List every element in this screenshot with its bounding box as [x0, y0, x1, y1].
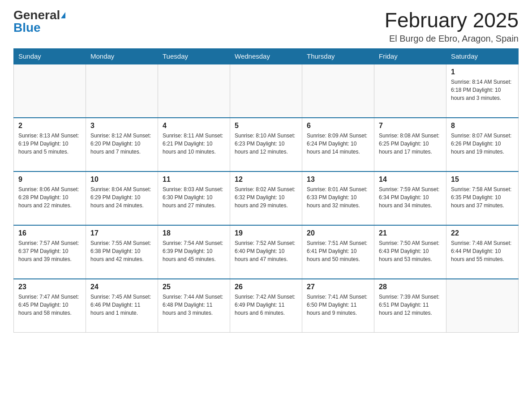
day-cell: 8Sunrise: 8:07 AM Sunset: 6:26 PM Daylig…: [446, 118, 519, 171]
day-cell: 25Sunrise: 7:44 AM Sunset: 6:48 PM Dayli…: [158, 279, 230, 333]
day-number: 9: [18, 176, 81, 184]
day-number: 7: [379, 122, 442, 130]
day-cell: 28Sunrise: 7:39 AM Sunset: 6:51 PM Dayli…: [374, 279, 446, 333]
day-info: Sunrise: 8:08 AM Sunset: 6:25 PM Dayligh…: [379, 132, 442, 156]
day-info: Sunrise: 8:03 AM Sunset: 6:30 PM Dayligh…: [163, 185, 225, 210]
logo-arrow-icon: [61, 12, 65, 18]
day-cell: 13Sunrise: 8:01 AM Sunset: 6:33 PM Dayli…: [302, 171, 374, 225]
day-cell: 6Sunrise: 8:09 AM Sunset: 6:24 PM Daylig…: [302, 118, 374, 171]
day-number: 18: [163, 229, 225, 237]
day-info: Sunrise: 7:51 AM Sunset: 6:41 PM Dayligh…: [307, 239, 369, 263]
page-header: General Blue February 2025 El Burgo de E…: [13, 9, 519, 44]
day-number: 11: [163, 176, 225, 184]
day-cell: 27Sunrise: 7:41 AM Sunset: 6:50 PM Dayli…: [302, 279, 374, 333]
calendar-title: February 2025: [385, 9, 519, 32]
day-number: 13: [307, 176, 369, 184]
day-cell: [302, 64, 374, 118]
day-cell: 10Sunrise: 8:04 AM Sunset: 6:29 PM Dayli…: [86, 171, 158, 225]
day-info: Sunrise: 7:59 AM Sunset: 6:34 PM Dayligh…: [379, 185, 442, 210]
day-cell: 21Sunrise: 7:50 AM Sunset: 6:43 PM Dayli…: [374, 225, 446, 279]
day-number: 10: [90, 176, 153, 184]
day-info: Sunrise: 7:57 AM Sunset: 6:37 PM Dayligh…: [18, 239, 81, 263]
week-row-1: 1Sunrise: 8:14 AM Sunset: 6:18 PM Daylig…: [14, 64, 519, 118]
day-number: 22: [451, 229, 514, 237]
day-number: 24: [90, 283, 153, 291]
day-number: 19: [235, 229, 297, 237]
day-info: Sunrise: 8:10 AM Sunset: 6:23 PM Dayligh…: [235, 132, 297, 156]
day-cell: 23Sunrise: 7:47 AM Sunset: 6:45 PM Dayli…: [14, 279, 86, 333]
day-cell: 12Sunrise: 8:02 AM Sunset: 6:32 PM Dayli…: [230, 171, 302, 225]
day-cell: 20Sunrise: 7:51 AM Sunset: 6:41 PM Dayli…: [302, 225, 374, 279]
day-number: 16: [18, 229, 81, 237]
week-row-3: 9Sunrise: 8:06 AM Sunset: 6:28 PM Daylig…: [14, 171, 519, 225]
week-row-4: 16Sunrise: 7:57 AM Sunset: 6:37 PM Dayli…: [14, 225, 519, 279]
day-info: Sunrise: 8:04 AM Sunset: 6:29 PM Dayligh…: [90, 185, 153, 210]
day-cell: [230, 64, 302, 118]
logo: General Blue: [13, 9, 65, 34]
day-cell: 19Sunrise: 7:52 AM Sunset: 6:40 PM Dayli…: [230, 225, 302, 279]
day-number: 27: [307, 283, 369, 291]
day-info: Sunrise: 7:55 AM Sunset: 6:38 PM Dayligh…: [90, 239, 153, 263]
day-info: Sunrise: 7:39 AM Sunset: 6:51 PM Dayligh…: [379, 293, 442, 317]
day-info: Sunrise: 7:58 AM Sunset: 6:35 PM Dayligh…: [451, 185, 514, 210]
day-cell: 15Sunrise: 7:58 AM Sunset: 6:35 PM Dayli…: [446, 171, 519, 225]
header-day-monday: Monday: [86, 48, 158, 64]
day-cell: 16Sunrise: 7:57 AM Sunset: 6:37 PM Dayli…: [14, 225, 86, 279]
header-day-thursday: Thursday: [302, 48, 374, 64]
day-number: 21: [379, 229, 442, 237]
day-number: 14: [379, 176, 442, 184]
day-info: Sunrise: 7:42 AM Sunset: 6:49 PM Dayligh…: [235, 293, 297, 317]
logo-blue: Blue: [13, 21, 41, 34]
day-info: Sunrise: 7:47 AM Sunset: 6:45 PM Dayligh…: [18, 293, 81, 317]
day-cell: 11Sunrise: 8:03 AM Sunset: 6:30 PM Dayli…: [158, 171, 230, 225]
calendar-table: SundayMondayTuesdayWednesdayThursdayFrid…: [13, 48, 519, 333]
day-number: 17: [90, 229, 153, 237]
day-cell: 9Sunrise: 8:06 AM Sunset: 6:28 PM Daylig…: [14, 171, 86, 225]
day-cell: [374, 64, 446, 118]
day-number: 8: [451, 122, 514, 130]
day-cell: 5Sunrise: 8:10 AM Sunset: 6:23 PM Daylig…: [230, 118, 302, 171]
day-cell: 3Sunrise: 8:12 AM Sunset: 6:20 PM Daylig…: [86, 118, 158, 171]
day-cell: 22Sunrise: 7:48 AM Sunset: 6:44 PM Dayli…: [446, 225, 519, 279]
day-cell: [446, 279, 519, 333]
header-day-wednesday: Wednesday: [230, 48, 302, 64]
day-info: Sunrise: 8:13 AM Sunset: 6:19 PM Dayligh…: [18, 132, 81, 156]
day-info: Sunrise: 8:06 AM Sunset: 6:28 PM Dayligh…: [18, 185, 81, 210]
day-info: Sunrise: 7:45 AM Sunset: 6:46 PM Dayligh…: [90, 293, 153, 317]
day-cell: 24Sunrise: 7:45 AM Sunset: 6:46 PM Dayli…: [86, 279, 158, 333]
day-number: 20: [307, 229, 369, 237]
day-number: 2: [18, 122, 81, 130]
logo-general: General: [13, 9, 60, 21]
day-info: Sunrise: 8:01 AM Sunset: 6:33 PM Dayligh…: [307, 185, 369, 210]
day-cell: [14, 64, 86, 118]
day-info: Sunrise: 8:07 AM Sunset: 6:26 PM Dayligh…: [451, 132, 514, 156]
day-cell: 14Sunrise: 7:59 AM Sunset: 6:34 PM Dayli…: [374, 171, 446, 225]
day-info: Sunrise: 8:14 AM Sunset: 6:18 PM Dayligh…: [451, 78, 514, 102]
header-day-sunday: Sunday: [14, 48, 86, 64]
day-number: 1: [451, 68, 514, 76]
header-row: SundayMondayTuesdayWednesdayThursdayFrid…: [14, 48, 519, 64]
day-info: Sunrise: 8:09 AM Sunset: 6:24 PM Dayligh…: [307, 132, 369, 156]
day-number: 6: [307, 122, 369, 130]
day-cell: 1Sunrise: 8:14 AM Sunset: 6:18 PM Daylig…: [446, 64, 519, 118]
day-cell: 4Sunrise: 8:11 AM Sunset: 6:21 PM Daylig…: [158, 118, 230, 171]
day-cell: [86, 64, 158, 118]
day-info: Sunrise: 7:41 AM Sunset: 6:50 PM Dayligh…: [307, 293, 369, 317]
title-block: February 2025 El Burgo de Ebro, Aragon, …: [385, 9, 519, 44]
day-number: 25: [163, 283, 225, 291]
day-info: Sunrise: 8:12 AM Sunset: 6:20 PM Dayligh…: [90, 132, 153, 156]
day-number: 23: [18, 283, 81, 291]
header-day-saturday: Saturday: [446, 48, 519, 64]
header-day-tuesday: Tuesday: [158, 48, 230, 64]
day-number: 15: [451, 176, 514, 184]
day-cell: [158, 64, 230, 118]
day-number: 5: [235, 122, 297, 130]
day-cell: 17Sunrise: 7:55 AM Sunset: 6:38 PM Dayli…: [86, 225, 158, 279]
day-info: Sunrise: 8:11 AM Sunset: 6:21 PM Dayligh…: [163, 132, 225, 156]
day-number: 28: [379, 283, 442, 291]
day-info: Sunrise: 7:52 AM Sunset: 6:40 PM Dayligh…: [235, 239, 297, 263]
day-number: 12: [235, 176, 297, 184]
day-info: Sunrise: 7:44 AM Sunset: 6:48 PM Dayligh…: [163, 293, 225, 317]
week-row-2: 2Sunrise: 8:13 AM Sunset: 6:19 PM Daylig…: [14, 118, 519, 171]
week-row-5: 23Sunrise: 7:47 AM Sunset: 6:45 PM Dayli…: [14, 279, 519, 333]
